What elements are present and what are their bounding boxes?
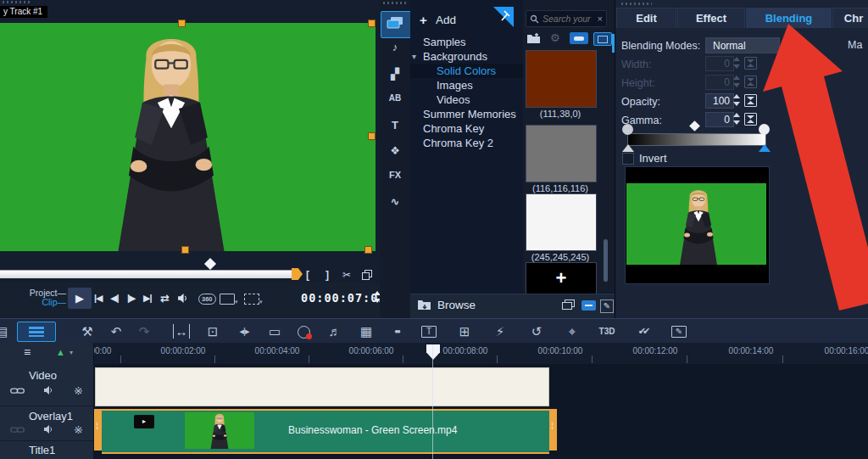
split-clip-button[interactable]: ✂ <box>342 269 351 281</box>
instant-project-icon[interactable]: ▞ <box>380 68 410 81</box>
audio-library-icon[interactable]: ♪ <box>380 41 410 53</box>
undo-icon[interactable]: ↶ <box>106 324 126 339</box>
panel-splitter-handle[interactable] <box>612 34 615 53</box>
grid-view-button[interactable] <box>593 32 612 46</box>
selection-handle-top[interactable] <box>178 20 186 27</box>
clip-mode-button[interactable]: Clip— <box>25 298 66 307</box>
gradient-right-triangle[interactable] <box>759 144 771 152</box>
add-track-caret[interactable]: ▾ <box>70 349 73 356</box>
search-box[interactable]: × <box>526 10 607 27</box>
mute-track-icon[interactable] <box>43 385 53 395</box>
pin-panel-icon[interactable] <box>493 7 514 27</box>
repeat-button[interactable]: ⇄ <box>160 292 169 305</box>
width-stepper[interactable] <box>732 57 741 69</box>
panel-drag-handle[interactable] <box>3 1 31 3</box>
end-button[interactable]: ▶| <box>143 293 152 304</box>
tab-effect[interactable]: Effect <box>677 8 745 28</box>
gradient-left-handle[interactable] <box>622 124 633 135</box>
multicam-icon[interactable]: ▦ <box>356 324 376 339</box>
mark-out-button[interactable]: ] <box>326 269 329 281</box>
trim-marker[interactable] <box>204 258 216 270</box>
media-library-icon[interactable] <box>387 16 403 31</box>
mute-overlay-icon[interactable] <box>43 424 53 434</box>
previous-frame-button[interactable]: ◀| <box>110 293 119 304</box>
trim-end-handle[interactable] <box>292 268 303 280</box>
thumbnail-zoom-slider[interactable] <box>581 300 596 311</box>
play-button[interactable]: ▶ <box>68 288 92 309</box>
search-input[interactable] <box>541 13 594 25</box>
add-swatch-button[interactable]: + <box>526 262 597 294</box>
overlay-track-header[interactable]: Overlay1 ※ <box>0 406 93 441</box>
face-indexing-icon[interactable]: ⌖ <box>562 324 582 339</box>
rail-drag-handle[interactable] <box>383 2 407 4</box>
gamma-stepper[interactable] <box>732 113 741 125</box>
add-track-icon[interactable]: ▲ <box>56 347 65 357</box>
quick-edit-icon[interactable]: ✎ <box>600 299 614 313</box>
browse-button[interactable]: Browse <box>437 299 476 311</box>
tab-blending[interactable]: Blending <box>746 8 832 28</box>
split-clip-icon[interactable]: ◂|▸ <box>234 324 254 339</box>
freeze-track-icon[interactable]: ※ <box>74 384 83 397</box>
width-keyframe-icon[interactable] <box>744 57 757 70</box>
tab-edit[interactable]: Edit <box>616 8 676 28</box>
preview-video[interactable] <box>0 23 376 251</box>
painting-creator-icon[interactable]: ✎ <box>671 326 687 338</box>
height-keyframe-icon[interactable] <box>744 76 757 88</box>
selection-handle-right[interactable] <box>368 132 376 140</box>
color-grading-icon[interactable] <box>298 326 310 339</box>
add-folder-button[interactable]: Add <box>436 14 456 26</box>
opacity-field[interactable]: 100 <box>705 93 734 109</box>
swatch-gray[interactable] <box>526 125 597 182</box>
volume-icon[interactable] <box>177 293 188 304</box>
overlay-clip[interactable]: ▸ Businesswoman - Green Screen.mp4 <box>94 409 557 451</box>
overlay-clip-left-handle[interactable] <box>94 409 102 451</box>
audio-mixer-icon[interactable]: ♬ <box>325 324 345 339</box>
view-360-button[interactable]: 360 <box>198 294 216 305</box>
track-manager-icon[interactable]: ≡ <box>24 345 31 359</box>
ripple-link-icon[interactable] <box>10 386 25 395</box>
sync-settings-gear-icon[interactable]: ⚙ <box>550 31 560 44</box>
loop-icon[interactable]: ↺ <box>526 324 547 339</box>
gradient-left-triangle[interactable] <box>622 144 634 152</box>
thumbnail-view-icon[interactable] <box>562 299 576 311</box>
selection-handle-top-right[interactable] <box>368 20 376 27</box>
blend-gradient-slider[interactable] <box>627 133 766 146</box>
batch-convert-icon[interactable]: ✔✔ <box>632 324 653 339</box>
collage-icon[interactable]: ⊞ <box>454 324 475 339</box>
safe-area-caret[interactable]: ▾ <box>259 299 263 305</box>
redo-icon[interactable]: ↷ <box>134 324 154 339</box>
gallery-scrollbar[interactable] <box>604 239 608 282</box>
add-folder-icon[interactable] <box>526 32 542 44</box>
blending-mode-dropdown[interactable]: Normal <box>705 37 780 53</box>
trim-icon[interactable]: ▭ <box>264 324 285 339</box>
video-track-clip[interactable] <box>95 367 549 406</box>
browse-folder-icon[interactable] <box>417 299 432 311</box>
swatch-dark-red[interactable] <box>526 50 597 108</box>
tools-icon[interactable]: ⚒ <box>77 324 97 339</box>
trim-bar[interactable] <box>0 270 298 278</box>
display-ratio-button[interactable] <box>220 294 235 305</box>
gamma-field[interactable]: 0 <box>705 112 734 127</box>
filters-library-icon[interactable]: FX <box>380 170 410 180</box>
backgrounds-expander-icon[interactable]: ▾ <box>412 49 416 64</box>
list-view-button[interactable] <box>570 32 588 44</box>
tree-item-samples[interactable]: Samples <box>410 35 536 49</box>
width-field[interactable]: 0 <box>705 56 734 71</box>
fit-project-icon[interactable]: ↔ <box>173 324 190 339</box>
next-frame-button[interactable]: |▶ <box>127 293 136 304</box>
overlay-clip-right-handle[interactable] <box>549 409 557 451</box>
invert-checkbox[interactable] <box>622 153 634 165</box>
storyboard-view-icon[interactable]: ▤ <box>0 324 12 339</box>
tree-item-backgrounds[interactable]: ▾ Backgrounds <box>410 49 523 64</box>
subtitle-editor-icon[interactable]: T <box>421 326 437 338</box>
freeze-overlay-icon[interactable]: ※ <box>74 423 83 436</box>
selection-handle-bottom-right[interactable] <box>364 246 372 254</box>
opacity-stepper[interactable] <box>732 94 741 106</box>
transitions-library-icon[interactable]: AB <box>380 93 410 103</box>
swatch-white[interactable] <box>526 193 597 251</box>
motion-tracking-icon[interactable]: ⚡ <box>490 324 510 339</box>
stickers-icon[interactable]: ●● <box>387 324 407 339</box>
mark-in-button[interactable]: [ <box>306 269 309 281</box>
tab-chroma[interactable]: Chr <box>832 8 868 28</box>
height-field[interactable]: 0 <box>705 75 734 90</box>
